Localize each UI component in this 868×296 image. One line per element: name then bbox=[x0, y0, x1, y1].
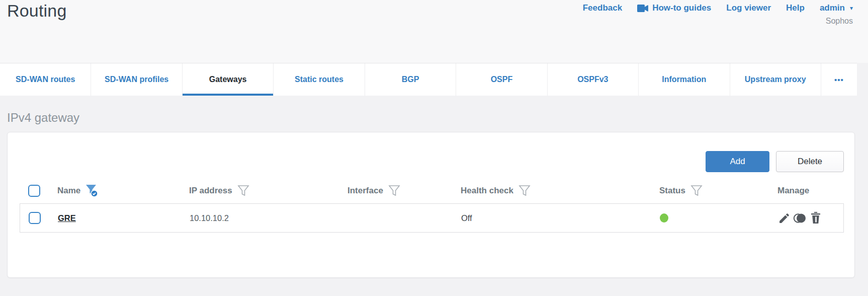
tab-sdwan-profiles[interactable]: SD-WAN profiles bbox=[91, 63, 182, 96]
brand-label: Sophos bbox=[826, 17, 853, 26]
row-checkbox[interactable] bbox=[29, 212, 41, 224]
table-row: GRE 10.10.10.2 Off bbox=[20, 203, 844, 233]
top-header: Routing Feedback How-to guides Log viewe… bbox=[0, 0, 868, 63]
help-label: Help bbox=[786, 3, 805, 13]
filter-icon[interactable] bbox=[388, 185, 400, 197]
tab-overflow-more-icon[interactable]: ••• bbox=[821, 63, 857, 96]
filter-icon[interactable] bbox=[518, 185, 531, 197]
column-header-health-check: Health check bbox=[461, 186, 513, 196]
section-heading: IPv4 gateway bbox=[0, 96, 868, 125]
admin-menu[interactable]: admin ▾ bbox=[820, 3, 853, 13]
delete-button[interactable]: Delete bbox=[776, 151, 844, 172]
feedback-link[interactable]: Feedback bbox=[583, 3, 622, 13]
log-viewer-link[interactable]: Log viewer bbox=[726, 3, 771, 13]
column-header-manage: Manage bbox=[777, 186, 809, 196]
top-nav: Feedback How-to guides Log viewer Help a… bbox=[583, 3, 853, 13]
video-camera-icon bbox=[637, 5, 648, 12]
tab-upstream-proxy[interactable]: Upstream proxy bbox=[730, 63, 821, 96]
tab-ospfv3[interactable]: OSPFv3 bbox=[548, 63, 639, 96]
ip-address-value: 10.10.10.2 bbox=[190, 213, 229, 223]
help-link[interactable]: Help bbox=[786, 3, 805, 13]
select-all-checkbox[interactable] bbox=[28, 185, 40, 197]
manage-actions bbox=[778, 211, 822, 225]
content-area: IPv4 gateway Add Delete Name IP address bbox=[0, 96, 868, 296]
ipv4-gateway-panel: Add Delete Name IP address bbox=[7, 132, 855, 278]
filter-icon[interactable] bbox=[690, 185, 703, 197]
tab-bar: SD-WAN routes SD-WAN profiles Gateways S… bbox=[0, 63, 857, 96]
filter-icon[interactable] bbox=[237, 185, 249, 197]
health-check-value: Off bbox=[461, 213, 472, 223]
tab-static-routes[interactable]: Static routes bbox=[274, 63, 365, 96]
column-header-name: Name bbox=[57, 186, 80, 196]
filter-active-icon[interactable] bbox=[85, 184, 99, 197]
toolbar: Add Delete bbox=[20, 151, 844, 172]
tab-ospf[interactable]: OSPF bbox=[456, 63, 547, 96]
column-header-ip-address: IP address bbox=[189, 186, 232, 196]
table-header: Name IP address Interface bbox=[20, 178, 844, 203]
admin-label: admin bbox=[820, 3, 845, 13]
edit-icon[interactable] bbox=[778, 212, 791, 225]
tab-bgp[interactable]: BGP bbox=[365, 63, 456, 96]
column-header-interface: Interface bbox=[348, 186, 383, 196]
tab-gateways[interactable]: Gateways bbox=[183, 63, 274, 96]
clone-icon[interactable] bbox=[793, 212, 807, 225]
chevron-down-icon: ▾ bbox=[850, 5, 853, 12]
page-title: Routing bbox=[7, 1, 67, 21]
delete-trash-icon[interactable] bbox=[810, 211, 822, 225]
log-viewer-label: Log viewer bbox=[726, 3, 771, 13]
tab-information[interactable]: Information bbox=[639, 63, 730, 96]
howto-guides-label: How-to guides bbox=[652, 3, 711, 13]
add-button[interactable]: Add bbox=[706, 151, 769, 172]
status-up-indicator bbox=[660, 213, 668, 223]
gateway-name-link[interactable]: GRE bbox=[58, 213, 76, 223]
howto-guides-link[interactable]: How-to guides bbox=[637, 3, 711, 13]
feedback-label: Feedback bbox=[583, 3, 622, 13]
tab-sdwan-routes[interactable]: SD-WAN routes bbox=[0, 63, 91, 96]
column-header-status: Status bbox=[659, 186, 685, 196]
